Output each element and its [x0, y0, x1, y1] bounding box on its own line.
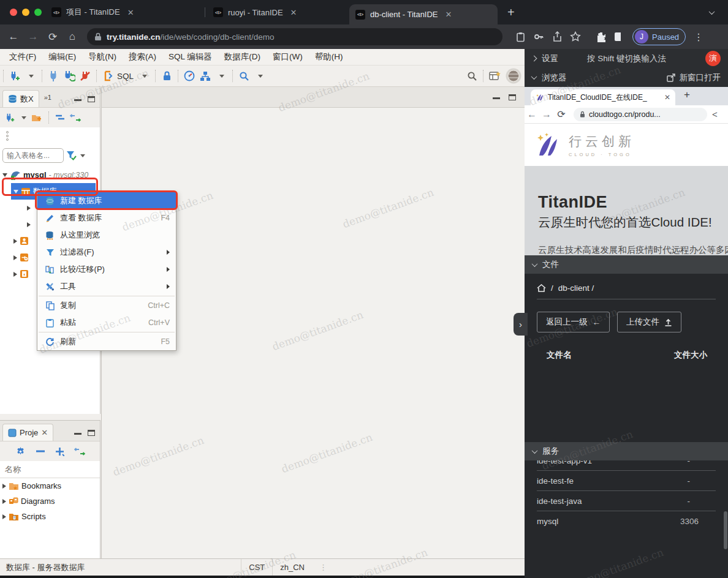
menu-item-create-database[interactable]: 新建 数据库	[37, 192, 176, 209]
caret-closed-icon[interactable]	[2, 514, 6, 519]
table-name-filter-input[interactable]	[2, 148, 64, 163]
back-icon[interactable]: ←	[525, 109, 539, 120]
clipboard-icon[interactable]	[511, 32, 529, 42]
menu-item-copy[interactable]: 复制 Ctrl+C	[37, 297, 176, 314]
tree-row-diagrams[interactable]: Diagrams	[0, 494, 100, 509]
filter-funnel-icon[interactable]	[66, 151, 77, 160]
profile-paused-pill[interactable]: J Paused	[632, 28, 686, 45]
expand-all-icon[interactable]	[55, 447, 64, 456]
menu-item-paste[interactable]: 粘贴 Ctrl+V	[37, 314, 176, 331]
new-connection-icon[interactable]	[5, 113, 15, 123]
side-panel-icon[interactable]	[610, 32, 629, 42]
tab-close-icon[interactable]: ✕	[446, 10, 452, 19]
service-row[interactable]: ide-test-java -	[537, 491, 716, 511]
minimize-panel-icon[interactable]	[493, 97, 500, 100]
menu-item-refresh[interactable]: 刷新 F5	[37, 333, 176, 350]
menu-help[interactable]: 帮助(H)	[309, 50, 349, 64]
caret-open-icon[interactable]	[13, 190, 18, 193]
browser-tab-ruoyi[interactable]: <t> ruoyi - TitanIDE ✕	[207, 0, 347, 24]
disconnect-icon[interactable]	[77, 69, 93, 83]
menu-item-view-database[interactable]: 查看 数据库 F4	[37, 209, 176, 227]
menu-navigate[interactable]: 导航(N)	[83, 50, 122, 64]
gear-icon[interactable]	[15, 446, 26, 457]
reload-icon[interactable]: ⟳	[43, 31, 63, 43]
service-row[interactable]: ide-test-app-v1 -	[537, 460, 716, 471]
tree-row-bookmarks[interactable]: Bookmarks	[0, 478, 100, 494]
share-icon[interactable]	[548, 31, 566, 42]
connect-icon[interactable]	[45, 69, 61, 83]
file-breadcrumb[interactable]: / db-client /	[525, 274, 728, 293]
traffic-light-maximize[interactable]	[34, 9, 42, 16]
status-more-icon[interactable]: ⋮	[312, 559, 335, 576]
ime-badge[interactable]: 演	[705, 51, 721, 66]
browser-tab-db-client[interactable]: <t> db-client - TitanIDE ✕	[349, 4, 498, 24]
go-up-button[interactable]: 返回上一级 ←	[537, 312, 610, 332]
perspective-icon[interactable]	[487, 69, 502, 83]
menu-edit[interactable]: 编辑(E)	[43, 50, 82, 64]
menu-window[interactable]: 窗口(W)	[267, 50, 308, 64]
home-icon[interactable]: ⌂	[63, 31, 82, 43]
filter-dropdown[interactable]	[80, 154, 85, 157]
url-bar[interactable]: try.titanide.cn/ide/web/coding/db-client…	[87, 28, 502, 45]
service-row[interactable]: mysql 3306	[537, 511, 716, 531]
embedded-url-bar[interactable]: cloudtogo.cn/produ...	[574, 108, 707, 121]
caret-closed-icon[interactable]	[13, 272, 17, 277]
caret-closed-icon[interactable]	[2, 484, 6, 489]
collapse-all-icon[interactable]	[55, 114, 65, 121]
menu-search[interactable]: 搜索(A)	[123, 50, 162, 64]
upload-file-button[interactable]: 上传文件	[617, 312, 681, 332]
status-locale[interactable]: zh_CN	[272, 559, 312, 576]
embedded-browser-tab[interactable]: TitanIDE_CloudIDE_在线IDE_ ✕	[531, 89, 675, 105]
back-icon[interactable]: ←	[4, 31, 23, 43]
forward-icon[interactable]: →	[23, 31, 43, 43]
tab-close-icon[interactable]: ✕	[664, 93, 670, 102]
share-icon[interactable]: <	[712, 109, 728, 119]
maximize-panel-icon[interactable]	[509, 94, 516, 100]
lock-connection-icon[interactable]	[159, 69, 175, 83]
caret-closed-icon[interactable]	[13, 255, 17, 260]
services-section-header[interactable]: 服务	[525, 442, 728, 460]
minimize-panel-icon[interactable]	[74, 433, 82, 435]
new-connection-dropdown[interactable]	[21, 116, 26, 119]
toolbar-search-icon[interactable]	[236, 69, 252, 83]
panel-collapse-handle[interactable]: ›	[514, 313, 528, 336]
er-diagram-icon[interactable]	[197, 69, 213, 83]
toolbar-search-dropdown[interactable]	[252, 69, 268, 83]
menu-item-filters[interactable]: 过滤器(F)	[37, 244, 176, 261]
service-row[interactable]: ide-test-fe -	[537, 471, 716, 491]
tree-row-scripts[interactable]: Scripts	[0, 509, 100, 524]
key-icon[interactable]	[529, 31, 548, 42]
collapse-all-icon[interactable]	[36, 449, 45, 454]
new-connection-dropdown[interactable]	[23, 69, 39, 83]
bookmark-star-icon[interactable]	[566, 31, 585, 42]
user-avatar-globe[interactable]	[502, 69, 525, 83]
breadcrumb-path[interactable]: db-client /	[558, 283, 594, 293]
chrome-menu-icon[interactable]: ⋮	[689, 31, 708, 43]
link-with-editor-icon[interactable]	[74, 448, 85, 456]
forward-icon[interactable]: →	[539, 109, 554, 120]
new-tab-button[interactable]: +	[501, 0, 520, 24]
tab-database-navigator[interactable]: 数X	[2, 90, 39, 107]
menu-file[interactable]: 文件(F)	[4, 50, 42, 64]
browser-section-row[interactable]: 浏览器 新窗口打开	[525, 68, 728, 87]
files-section-header[interactable]: 文件	[525, 255, 728, 274]
traffic-light-minimize[interactable]	[22, 9, 29, 16]
extensions-puzzle-icon[interactable]	[592, 31, 610, 42]
status-timezone[interactable]: CST	[241, 559, 272, 576]
open-new-window-button[interactable]: 新窗口打开	[667, 72, 721, 83]
browser-tab-project[interactable]: <t> 项目 - TitanIDE ✕	[45, 0, 203, 24]
sql-mode-label[interactable]: SQL	[117, 72, 134, 81]
name-column-header[interactable]: 名称	[0, 461, 100, 478]
hidden-tabs-count[interactable]: »1	[44, 94, 51, 101]
maximize-panel-icon[interactable]	[88, 430, 95, 436]
new-connection-icon[interactable]	[7, 69, 23, 83]
tab-close-icon[interactable]: ✕	[127, 8, 134, 17]
menu-item-compare-migrate[interactable]: 比较/迁移(P)	[37, 261, 176, 278]
maximize-panel-icon[interactable]	[88, 96, 95, 102]
transaction-mode-icon[interactable]	[100, 69, 116, 83]
caret-open-icon[interactable]	[2, 173, 7, 177]
settings-section-row[interactable]: 设置 按 Shift 键切换输入法 演	[525, 49, 728, 68]
dashboard-gauge-icon[interactable]	[181, 69, 197, 83]
tab-projects[interactable]: Proje ✕	[2, 424, 53, 441]
traffic-light-close[interactable]	[10, 9, 17, 16]
